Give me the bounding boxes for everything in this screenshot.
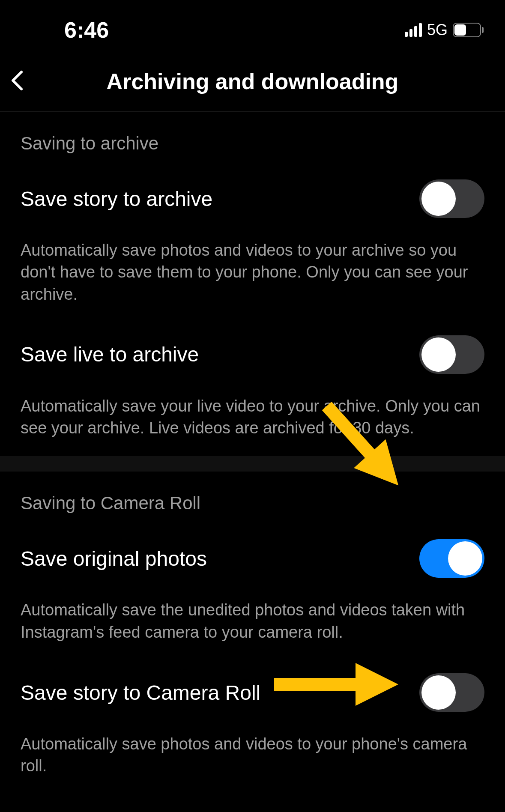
section-header: Saving to archive xyxy=(21,112,484,167)
status-indicators: 5G 46 xyxy=(405,21,484,39)
back-button[interactable] xyxy=(11,70,24,93)
setting-save-live-archive: Save live to archive Automatically save … xyxy=(21,322,484,457)
setting-description: Automatically save photos and videos to … xyxy=(21,720,484,794)
toggle-save-original-photos[interactable] xyxy=(419,539,484,578)
setting-description: Automatically save photos and videos to … xyxy=(21,227,484,322)
toggle-save-story-archive[interactable] xyxy=(419,179,484,218)
setting-label: Save story to Camera Roll xyxy=(21,681,260,705)
page-title: Archiving and downloading xyxy=(13,69,492,94)
setting-label: Save live to archive xyxy=(21,343,199,366)
toggle-save-live-archive[interactable] xyxy=(419,335,484,374)
setting-label: Save original photos xyxy=(21,547,207,570)
status-time: 6:46 xyxy=(64,17,109,43)
section-header: Saving to Camera Roll xyxy=(21,472,484,526)
battery-icon: 46 xyxy=(453,23,484,37)
toggle-save-story-camera-roll[interactable] xyxy=(419,673,484,712)
setting-save-story-archive: Save story to archive Automatically save… xyxy=(21,167,484,322)
setting-description: Automatically save your live video to yo… xyxy=(21,382,484,457)
setting-save-story-camera-roll: Save story to Camera Roll Automatically … xyxy=(21,660,484,794)
battery-level: 46 xyxy=(454,24,480,36)
setting-save-original-photos: Save original photos Automatically save … xyxy=(21,526,484,660)
setting-label: Save story to archive xyxy=(21,187,212,211)
section-saving-to-archive: Saving to archive Save story to archive … xyxy=(0,112,505,456)
setting-description: Automatically save the unedited photos a… xyxy=(21,586,484,660)
signal-icon xyxy=(405,23,422,37)
navigation-bar: Archiving and downloading xyxy=(0,56,505,112)
section-divider xyxy=(0,456,505,472)
network-type: 5G xyxy=(427,21,448,39)
section-saving-to-camera-roll: Saving to Camera Roll Save original phot… xyxy=(0,472,505,794)
chevron-left-icon xyxy=(11,70,24,91)
status-bar: 6:46 5G 46 xyxy=(0,0,505,56)
